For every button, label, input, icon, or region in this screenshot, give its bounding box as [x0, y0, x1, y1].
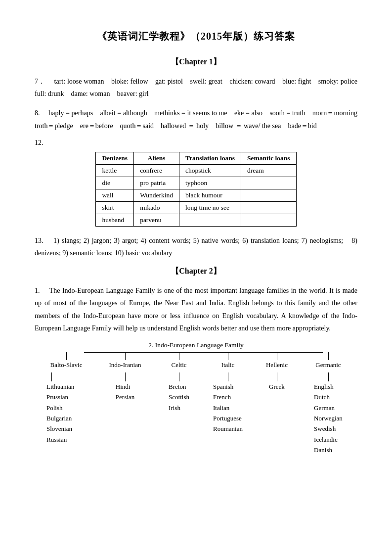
- tree-title: 2. Indo-European Language Family: [35, 341, 357, 349]
- item12-section: 12. Denizens Aliens Translation loans Se…: [35, 139, 357, 227]
- leaf-prussian: Prussian: [46, 392, 68, 402]
- branch-hellenic: Hellenic: [266, 360, 288, 370]
- item7-text: 7． tart: loose woman bloke: fellow gat: …: [35, 75, 357, 100]
- cell-sem-3: [241, 189, 296, 201]
- table-row: skirt mikado long time no see: [96, 201, 296, 214]
- item7-label: 7．: [35, 78, 45, 85]
- sub-norwegian: Norwegian: [314, 413, 343, 423]
- cell-trans-4: long time no see: [179, 201, 241, 214]
- branch-italic: Italic: [221, 360, 235, 370]
- item8-section: 8. haply = perhaps albeit = although met…: [35, 107, 357, 132]
- branch-balto-slavic: Balto-Slavic: [50, 360, 83, 370]
- table-row: husband parvenu: [96, 214, 296, 226]
- col-aliens: Aliens: [134, 152, 179, 164]
- cell-alien-4: mikado: [134, 201, 179, 214]
- page-title: 《英语词汇学教程》（2015年版）练习答案: [35, 30, 357, 43]
- item7-section: 7． tart: loose woman bloke: fellow gat: …: [35, 75, 357, 100]
- item13-text: 13. 1) slangs; 2) jargon; 3) argot; 4) c…: [35, 234, 357, 259]
- col-semantic: Semantic loans: [241, 152, 296, 164]
- leaf-lithuanian: Lithuanian: [46, 381, 74, 392]
- cell-alien-2: pro patria: [134, 177, 179, 189]
- item1-content: The Indo-European Language Family is one…: [35, 287, 357, 332]
- sub-dutch: Dutch: [314, 392, 330, 402]
- sub-spanish: Spanish: [213, 381, 233, 392]
- sub-portuguese: Portuguese: [213, 413, 242, 423]
- item13-section: 13. 1) slangs; 2) jargon; 3) argot; 4) c…: [35, 234, 357, 259]
- chapter1-title: 【Chapter 1】: [35, 57, 357, 67]
- sub-hindi: Hindi: [116, 381, 131, 392]
- sub-german: German: [314, 403, 335, 413]
- item8-content: haply = perhaps albeit = although methin…: [35, 109, 364, 129]
- cell-denizen-2: die: [96, 177, 134, 189]
- language-tree-section: 2. Indo-European Language Family Balto-S…: [35, 341, 357, 456]
- leaf-polish: Polish: [46, 403, 63, 413]
- cell-trans-2: typhoon: [179, 177, 241, 189]
- leaf-slovenian: Slovenian: [46, 423, 72, 434]
- item13-label: 13.: [35, 237, 44, 244]
- sub-italian: Italian: [213, 403, 229, 413]
- cell-sem-4: [241, 201, 296, 214]
- sub-scottish: Scottish: [169, 392, 189, 402]
- language-tree: Balto-Slavic Indo-Iranian Celtic Italic …: [35, 352, 357, 456]
- cell-alien-1: confrere: [134, 164, 179, 177]
- item8-text: 8. haply = perhaps albeit = although met…: [35, 107, 357, 132]
- item12-label: 12.: [35, 139, 357, 147]
- item1-label: 1.: [35, 287, 40, 294]
- cell-sem-2: [241, 177, 296, 189]
- table-row: wall Wunderkind black humour: [96, 189, 296, 201]
- item8-label: 8.: [35, 109, 40, 117]
- cell-trans-1: chopstick: [179, 164, 241, 177]
- sub-breton: Breton: [169, 381, 186, 392]
- item13-content: 1) slangs; 2) jargon; 3) argot; 4) conte…: [35, 237, 357, 257]
- cell-denizen-5: husband: [96, 214, 134, 226]
- cell-trans-5: [179, 214, 241, 226]
- table-row: kettle confrere chopstick dream: [96, 164, 296, 177]
- sub-icelandic: Icelandic: [314, 434, 338, 445]
- branch-germanic: Germanic: [315, 360, 341, 370]
- col-translation: Translation loans: [179, 152, 241, 164]
- vocab-table: Denizens Aliens Translation loans Semant…: [95, 152, 296, 227]
- chapter2-title: 【Chapter 2】: [35, 266, 357, 277]
- sub-irish: Irish: [169, 403, 180, 413]
- sub-french: French: [213, 392, 231, 402]
- leaf-bulgarian: Bulgarian: [46, 413, 72, 423]
- col-denizens: Denizens: [96, 152, 134, 164]
- branch-indo-iranian: Indo-Iranian: [109, 360, 141, 370]
- item1-section: 1. The Indo-European Language Family is …: [35, 284, 357, 334]
- sub-roumanian: Roumanian: [213, 423, 243, 434]
- cell-alien-5: parvenu: [134, 214, 179, 226]
- sub-english: English: [314, 381, 334, 392]
- sub-greek: Greek: [269, 381, 285, 392]
- sub-danish: Danish: [314, 445, 332, 455]
- cell-denizen-3: wall: [96, 189, 134, 201]
- cell-alien-3: Wunderkind: [134, 189, 179, 201]
- cell-sem-5: [241, 214, 296, 226]
- leaf-russian: Russian: [46, 434, 67, 445]
- sub-swedish: Swedish: [314, 423, 336, 434]
- cell-trans-3: black humour: [179, 189, 241, 201]
- cell-denizen-1: kettle: [96, 164, 134, 177]
- branch-celtic: Celtic: [171, 360, 186, 370]
- cell-denizen-4: skirt: [96, 201, 134, 214]
- table-row: die pro patria typhoon: [96, 177, 296, 189]
- item1-text: 1. The Indo-European Language Family is …: [35, 284, 357, 334]
- sub-persian: Persian: [116, 392, 134, 402]
- item7-content: tart: loose woman bloke: fellow gat: pis…: [35, 78, 364, 97]
- cell-sem-1: dream: [241, 164, 296, 177]
